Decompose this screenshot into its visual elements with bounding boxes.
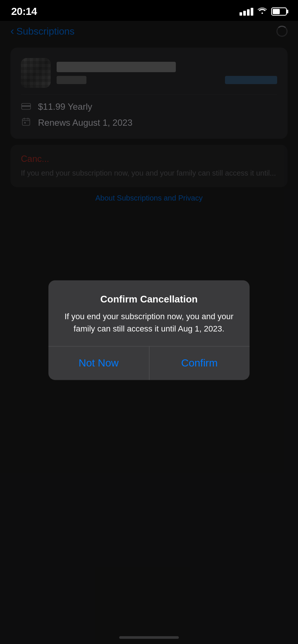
dialog-message: If you end your subscription now, you an…	[60, 310, 238, 335]
status-time: 20:14	[11, 6, 37, 17]
status-bar: 20:14	[0, 0, 298, 21]
wifi-icon	[257, 6, 267, 16]
battery-icon	[271, 7, 287, 16]
confirm-button[interactable]: Confirm	[149, 346, 250, 380]
confirm-cancellation-dialog: Confirm Cancellation If you end your sub…	[48, 280, 250, 380]
not-now-button[interactable]: Not Now	[48, 346, 149, 380]
dialog-body: Confirm Cancellation If you end your sub…	[48, 280, 250, 346]
status-icons	[240, 7, 287, 16]
dialog-buttons: Not Now Confirm	[48, 346, 250, 380]
dialog-title: Confirm Cancellation	[60, 294, 238, 305]
signal-icon	[240, 8, 253, 16]
